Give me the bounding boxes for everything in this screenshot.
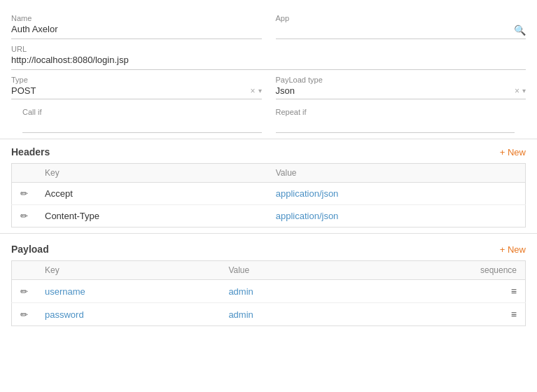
hamburger-icon[interactable]: ≡ [511, 309, 517, 320]
headers-icon-col-header [12, 164, 37, 183]
url-field: URL http://localhost:8080/login.jsp [11, 45, 526, 70]
payload-table-row: ✏ password admin ≡ [12, 303, 526, 326]
headers-value-col-header: Value [267, 164, 526, 183]
call-if-value[interactable] [22, 118, 262, 133]
headers-key-col-header: Key [36, 164, 267, 183]
type-clear-icon[interactable]: × [250, 86, 255, 96]
payload-table-wrapper: Key Value sequence ✏ username admin ≡ ✏ … [0, 260, 537, 326]
payload-section: Payload + New Key Value sequence ✏ usern… [0, 237, 537, 326]
payload-edit-icon[interactable]: ✏ [20, 309, 28, 320]
headers-new-button[interactable]: + New [500, 147, 526, 158]
payload-new-button[interactable]: + New [500, 244, 526, 255]
headers-key-cell: Content-Type [36, 205, 267, 227]
payload-value-cell: admin [220, 303, 354, 326]
headers-edit-cell[interactable]: ✏ [12, 205, 37, 227]
headers-key-cell: Accept [36, 183, 267, 205]
call-if-label: Call if [22, 108, 262, 116]
headers-edit-icon[interactable]: ✏ [20, 211, 28, 221]
url-label: URL [11, 45, 526, 53]
headers-value-cell: application/json [267, 205, 526, 227]
call-if-field: Call if [22, 108, 262, 133]
type-field: Type POST × ▾ [11, 76, 262, 99]
type-input-row[interactable]: POST × ▾ [11, 85, 262, 99]
headers-edit-cell[interactable]: ✏ [12, 183, 37, 205]
headers-section-header: Headers + New [0, 139, 537, 163]
app-input-row[interactable]: 🔍 [276, 24, 526, 39]
name-field: Name Auth Axelor [11, 14, 262, 39]
payload-key-cell: username [36, 280, 220, 303]
search-icon[interactable]: 🔍 [514, 24, 526, 36]
payload-type-field: PayLoad type Json × ▾ [276, 76, 526, 99]
app-field: App 🔍 [276, 14, 526, 39]
payload-sequence-cell[interactable]: ≡ [354, 280, 526, 303]
payload-value-col-header: Value [220, 261, 354, 280]
type-label: Type [11, 76, 262, 84]
name-label: Name [11, 14, 262, 22]
app-label: App [276, 14, 526, 22]
headers-table-row: ✏ Accept application/json [12, 183, 526, 205]
payload-type-label: PayLoad type [276, 76, 526, 84]
payload-key-col-header: Key [36, 261, 220, 280]
payload-table-row: ✏ username admin ≡ [12, 280, 526, 303]
type-dropdown-icon[interactable]: ▾ [258, 87, 262, 94]
payload-edit-cell[interactable]: ✏ [12, 303, 37, 326]
payload-edit-icon[interactable]: ✏ [20, 286, 28, 297]
payload-type-clear-icon[interactable]: × [515, 86, 519, 96]
headers-value-cell: application/json [267, 183, 526, 205]
payload-section-header: Payload + New [0, 237, 537, 260]
hamburger-icon[interactable]: ≡ [511, 286, 517, 297]
headers-table: Key Value ✏ Accept application/json ✏ Co… [11, 163, 526, 227]
headers-title: Headers [11, 146, 50, 158]
payload-sequence-cell[interactable]: ≡ [354, 303, 526, 326]
repeat-if-value[interactable] [276, 118, 515, 133]
headers-table-header-row: Key Value [12, 164, 526, 183]
name-value[interactable]: Auth Axelor [11, 24, 262, 39]
repeat-if-field: Repeat if [276, 108, 515, 133]
payload-edit-cell[interactable]: ✏ [12, 280, 37, 303]
payload-title: Payload [11, 244, 49, 255]
headers-edit-icon[interactable]: ✏ [20, 188, 28, 199]
payload-value-cell: admin [220, 280, 354, 303]
payload-table-header-row: Key Value sequence [12, 261, 526, 280]
payload-type-dropdown-icon[interactable]: ▾ [522, 87, 526, 94]
payload-icon-col-header [12, 261, 37, 280]
payload-sequence-col-header: sequence [354, 261, 526, 280]
headers-table-row: ✏ Content-Type application/json [12, 205, 526, 227]
url-value[interactable]: http://localhost:8080/login.jsp [11, 55, 526, 70]
payload-type-input-row[interactable]: Json × ▾ [276, 85, 526, 99]
headers-table-wrapper: Key Value ✏ Accept application/json ✏ Co… [0, 163, 537, 227]
payload-table: Key Value sequence ✏ username admin ≡ ✏ … [11, 260, 526, 326]
repeat-if-label: Repeat if [276, 108, 515, 116]
payload-key-cell: password [36, 303, 220, 326]
type-value: POST [11, 85, 250, 96]
payload-type-value: Json [276, 85, 515, 96]
